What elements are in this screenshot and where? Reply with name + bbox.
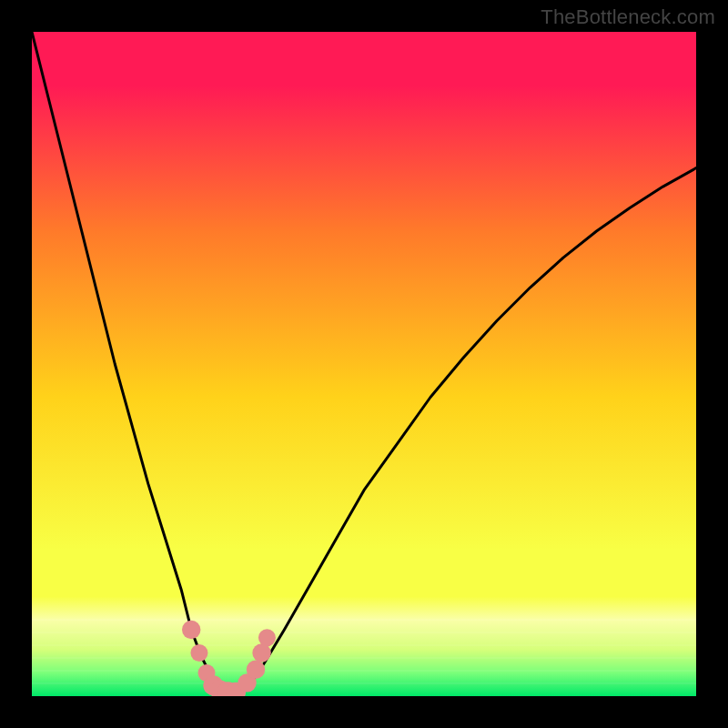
gradient-background <box>32 32 696 696</box>
watermark-text: TheBottleneck.com <box>541 5 715 29</box>
plot-area <box>32 32 696 696</box>
curve-marker <box>258 629 276 646</box>
curve-marker <box>247 661 265 679</box>
curve-marker <box>252 643 270 662</box>
curve-marker <box>182 621 200 639</box>
chart-frame: TheBottleneck.com <box>0 0 728 728</box>
curve-marker <box>190 644 207 662</box>
bottleneck-curve-chart <box>32 32 696 696</box>
